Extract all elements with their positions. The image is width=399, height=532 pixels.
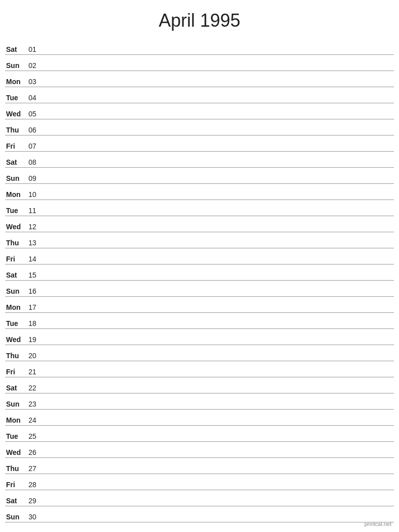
table-row: Fri07	[5, 136, 394, 152]
table-row: Sun16	[5, 281, 394, 297]
table-row: Wed05	[5, 103, 394, 119]
day-number: 06	[25, 126, 40, 134]
day-number: 28	[25, 481, 40, 489]
day-name: Tue	[5, 319, 25, 327]
day-number: 30	[25, 513, 40, 521]
table-row: Wed26	[5, 442, 394, 458]
day-name: Thu	[5, 464, 25, 473]
day-number: 21	[25, 368, 40, 376]
day-name: Mon	[5, 190, 25, 198]
day-number: 22	[25, 384, 40, 392]
day-name: Sat	[5, 158, 25, 166]
day-name: Sat	[5, 45, 25, 53]
day-name: Sun	[5, 400, 25, 408]
day-number: 03	[25, 78, 40, 86]
table-row: Wed12	[5, 216, 394, 232]
table-row: Tue18	[5, 313, 394, 329]
day-name: Wed	[5, 110, 25, 118]
day-name: Sun	[5, 174, 25, 182]
day-name: Sat	[5, 384, 25, 392]
day-name: Thu	[5, 352, 25, 360]
day-number: 24	[25, 416, 40, 424]
table-row: Tue04	[5, 87, 394, 103]
day-name: Wed	[5, 223, 25, 231]
table-row: Tue11	[5, 200, 394, 216]
table-row: Thu20	[5, 345, 394, 361]
day-name: Tue	[5, 207, 25, 215]
day-number: 11	[25, 207, 40, 215]
day-name: Tue	[5, 432, 25, 440]
day-number: 07	[25, 142, 40, 150]
day-name: Mon	[5, 78, 25, 86]
table-row: Fri21	[5, 361, 394, 377]
day-name: Mon	[5, 303, 25, 311]
day-number: 15	[25, 271, 40, 279]
day-name: Fri	[5, 142, 25, 150]
table-row: Tue25	[5, 426, 394, 442]
table-row: Sat29	[5, 490, 394, 506]
table-row: Sun02	[5, 55, 394, 71]
day-name: Sun	[5, 513, 25, 521]
day-name: Sun	[5, 61, 25, 70]
day-name: Sat	[5, 497, 25, 505]
table-row: Fri14	[5, 248, 394, 264]
footer-text: printcal.net	[364, 521, 391, 527]
day-name: Thu	[5, 239, 25, 247]
table-row: Sun09	[5, 168, 394, 184]
day-number: 20	[25, 352, 40, 360]
table-row: Thu27	[5, 458, 394, 474]
table-row: Mon24	[5, 410, 394, 426]
day-name: Mon	[5, 416, 25, 424]
table-row: Mon03	[5, 71, 394, 87]
day-number: 10	[25, 190, 40, 198]
table-row: Sat15	[5, 264, 394, 281]
table-row: Thu13	[5, 232, 394, 248]
day-name: Tue	[5, 94, 25, 102]
day-number: 09	[25, 174, 40, 182]
table-row: Sat08	[5, 152, 394, 168]
table-row: Sat22	[5, 377, 394, 393]
table-row: Sun23	[5, 393, 394, 410]
table-row: Mon17	[5, 297, 394, 313]
day-number: 14	[25, 255, 40, 263]
day-name: Fri	[5, 255, 25, 263]
day-name: Wed	[5, 336, 25, 344]
day-number: 17	[25, 303, 40, 311]
day-number: 05	[25, 110, 40, 118]
table-row: Thu06	[5, 119, 394, 136]
day-number: 23	[25, 400, 40, 408]
day-number: 13	[25, 239, 40, 247]
table-row: Fri28	[5, 474, 394, 490]
calendar-container: Sat01Sun02Mon03Tue04Wed05Thu06Fri07Sat08…	[0, 39, 399, 522]
day-name: Thu	[5, 126, 25, 134]
day-number: 16	[25, 287, 40, 295]
day-number: 04	[25, 94, 40, 102]
table-row: Sun30	[5, 506, 394, 522]
day-number: 01	[25, 45, 40, 53]
day-name: Sat	[5, 271, 25, 279]
day-number: 12	[25, 223, 40, 231]
day-number: 25	[25, 432, 40, 440]
day-name: Fri	[5, 368, 25, 376]
day-number: 02	[25, 61, 40, 70]
day-number: 27	[25, 464, 40, 473]
page-title: April 1995	[0, 0, 399, 39]
day-number: 19	[25, 336, 40, 344]
day-name: Wed	[5, 448, 25, 456]
table-row: Sat01	[5, 39, 394, 55]
table-row: Wed19	[5, 329, 394, 345]
day-number: 08	[25, 158, 40, 166]
day-number: 29	[25, 497, 40, 505]
day-name: Sun	[5, 287, 25, 295]
day-number: 18	[25, 319, 40, 327]
table-row: Mon10	[5, 184, 394, 200]
day-name: Fri	[5, 481, 25, 489]
day-number: 26	[25, 448, 40, 456]
